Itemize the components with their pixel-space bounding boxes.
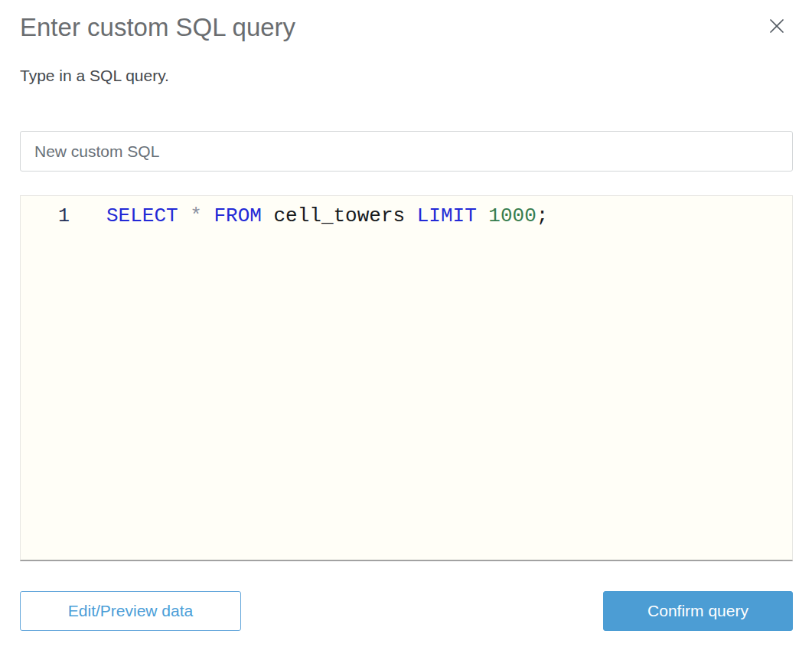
edit-preview-data-button[interactable]: Edit/Preview data — [20, 591, 241, 631]
code-token — [405, 204, 417, 227]
code-line[interactable]: SELECT * FROM cell_towers LIMIT 1000; — [70, 196, 548, 229]
code-token — [477, 204, 489, 227]
sql-code-editor[interactable]: 1 SELECT * FROM cell_towers LIMIT 1000; — [20, 195, 793, 561]
editor-gutter: 1 — [21, 196, 70, 229]
code-token: * — [190, 204, 202, 227]
code-token: FROM — [214, 204, 261, 227]
code-token — [262, 204, 274, 227]
code-token: 1000 — [488, 204, 536, 227]
line-number: 1 — [21, 204, 70, 229]
dialog-footer: Edit/Preview data Confirm query — [20, 591, 793, 631]
close-icon — [769, 18, 784, 34]
dialog-subtitle: Type in a SQL query. — [20, 66, 793, 85]
confirm-query-button[interactable]: Confirm query — [603, 591, 793, 631]
code-token: cell_towers — [273, 204, 405, 227]
code-token — [202, 204, 214, 227]
code-token: SELECT — [106, 204, 178, 227]
page-title: Enter custom SQL query — [20, 0, 793, 44]
code-token: ; — [536, 204, 549, 227]
code-token — [178, 204, 191, 227]
close-button[interactable] — [765, 14, 789, 38]
custom-sql-name-input[interactable] — [20, 131, 793, 172]
custom-sql-dialog: Enter custom SQL query Type in a SQL que… — [0, 0, 812, 647]
code-token: LIMIT — [417, 204, 477, 227]
